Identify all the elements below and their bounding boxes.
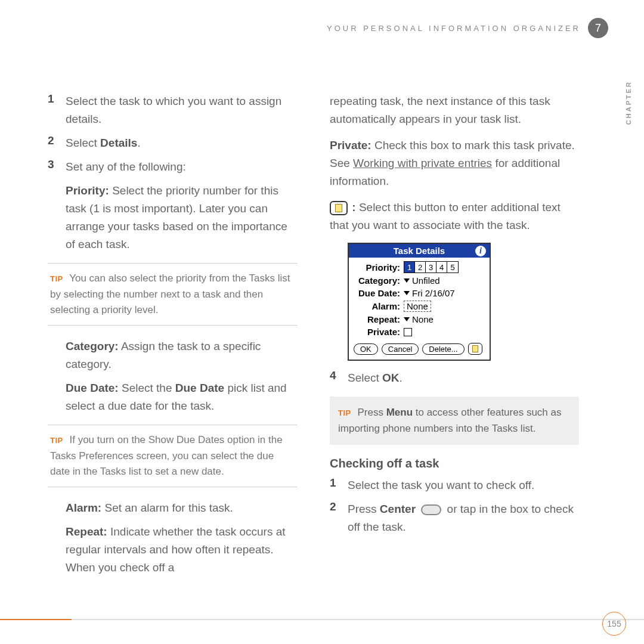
note-button[interactable] bbox=[468, 343, 482, 355]
bold-term: Menu bbox=[386, 407, 413, 418]
field-label: Private: bbox=[330, 139, 371, 151]
text: Press bbox=[355, 407, 386, 418]
row-label: Due Date: bbox=[354, 288, 404, 298]
bold-term: Due Date bbox=[175, 382, 224, 394]
section-heading: Checking off a task bbox=[330, 457, 579, 470]
dropdown-icon[interactable] bbox=[404, 291, 410, 295]
checkoff-step-1: 1 Select the task you want to check off. bbox=[330, 476, 579, 494]
tip-box-3: TIP Press Menu to access other features … bbox=[330, 397, 579, 445]
tip-label: TIP bbox=[338, 408, 351, 417]
text: Select bbox=[348, 371, 382, 384]
priority-4[interactable]: 4 bbox=[436, 262, 447, 273]
step-1: 1 Select the task to which you want to a… bbox=[48, 92, 297, 128]
link-working-private-entries[interactable]: Working with private entries bbox=[353, 157, 492, 169]
colon: : bbox=[349, 201, 356, 213]
dropdown-icon[interactable] bbox=[404, 317, 410, 321]
field-label: Alarm: bbox=[66, 501, 101, 514]
repeat-cont: repeating task, the next instance of thi… bbox=[330, 92, 579, 128]
dialog-title-text: Task Details bbox=[394, 246, 445, 256]
field-label: Priority: bbox=[66, 184, 109, 197]
dialog-titlebar: Task Details i bbox=[349, 244, 490, 258]
delete-button[interactable]: Delete... bbox=[422, 343, 464, 355]
step-number: 1 bbox=[330, 476, 348, 494]
step-text: Set any of the following: bbox=[66, 158, 186, 176]
bold-term: Details bbox=[100, 137, 137, 149]
row-label: Private: bbox=[354, 327, 404, 337]
note-desc: : Select this button to enter additional… bbox=[330, 199, 579, 234]
step-number: 3 bbox=[48, 158, 66, 176]
tip-text: You can also select the priority from th… bbox=[50, 273, 290, 315]
text: Press bbox=[348, 503, 380, 515]
header-title: YOUR PERSONAL INFORMATION ORGANIZER bbox=[327, 24, 581, 33]
center-button-icon bbox=[421, 504, 441, 515]
field-label: Repeat: bbox=[66, 525, 107, 538]
alarm-desc: Alarm: Set an alarm for this task. bbox=[48, 499, 297, 517]
row-label: Category: bbox=[354, 275, 404, 286]
dialog-body: Priority: 1 2 3 4 5 Category: Unfiled bbox=[349, 258, 490, 360]
private-row: Private: bbox=[354, 327, 485, 337]
checkoff-step-2: 2 Press Center or tap in the box to chec… bbox=[330, 500, 579, 536]
priority-2[interactable]: 2 bbox=[415, 262, 426, 273]
category-desc: Category: Assign the task to a specific … bbox=[48, 338, 297, 373]
field-label: Due Date: bbox=[66, 382, 119, 394]
text: Select this button to enter additional t… bbox=[330, 201, 561, 231]
ok-button[interactable]: OK bbox=[354, 343, 378, 355]
tip-box-1: TIP You can also select the priority fro… bbox=[48, 263, 297, 326]
tip-text: If you turn on the Show Due Dates option… bbox=[50, 434, 283, 477]
repeat-row: Repeat: None bbox=[354, 314, 485, 324]
text: . bbox=[400, 371, 402, 384]
tip-box-2: TIP If you turn on the Show Due Dates op… bbox=[48, 425, 297, 487]
duedate-value[interactable]: Fri 2/16/07 bbox=[412, 288, 455, 298]
step-2: 2 Select Details. bbox=[48, 134, 297, 152]
cancel-button[interactable]: Cancel bbox=[382, 343, 419, 355]
category-row: Category: Unfiled bbox=[354, 275, 485, 286]
dropdown-icon[interactable] bbox=[404, 278, 410, 283]
dialog-buttons: OK Cancel Delete... bbox=[354, 339, 485, 355]
priority-3[interactable]: 3 bbox=[426, 262, 436, 273]
category-value[interactable]: Unfiled bbox=[412, 275, 440, 286]
tip-label: TIP bbox=[50, 436, 63, 445]
text: Select the bbox=[119, 382, 175, 394]
priority-1[interactable]: 1 bbox=[404, 262, 415, 273]
step-3: 3 Set any of the following: bbox=[48, 158, 297, 176]
text: . bbox=[137, 137, 140, 149]
step-number: 2 bbox=[48, 134, 66, 152]
priority-5[interactable]: 5 bbox=[447, 262, 458, 273]
duedate-desc: Due Date: Select the Due Date pick list … bbox=[48, 379, 297, 415]
body-columns: 1 Select the task to which you want to a… bbox=[48, 92, 608, 575]
step-number: 1 bbox=[48, 92, 66, 128]
task-details-dialog: Task Details i Priority: 1 2 3 4 5 bbox=[348, 243, 491, 361]
step-number: 4 bbox=[330, 369, 348, 387]
text: Set an alarm for this task. bbox=[101, 501, 233, 514]
footer-rule bbox=[0, 619, 644, 620]
repeat-desc: Repeat: Indicate whether the task occurs… bbox=[48, 523, 297, 577]
row-label: Repeat: bbox=[354, 314, 404, 324]
step-text: Press Center or tap in the box to check … bbox=[348, 500, 579, 536]
step-text: Select the task you want to check off. bbox=[348, 476, 534, 494]
alarm-value[interactable]: None bbox=[404, 301, 431, 312]
row-label: Priority: bbox=[354, 262, 404, 273]
right-column: repeating task, the next instance of thi… bbox=[330, 92, 579, 575]
priority-selector[interactable]: 1 2 3 4 5 bbox=[404, 261, 459, 273]
priority-row: Priority: 1 2 3 4 5 bbox=[354, 261, 485, 273]
private-checkbox[interactable] bbox=[404, 328, 412, 336]
page-header: YOUR PERSONAL INFORMATION ORGANIZER 7 bbox=[48, 18, 608, 38]
bold-term: Center bbox=[380, 503, 416, 515]
step-text: Select Details. bbox=[66, 134, 141, 152]
field-label: Category: bbox=[66, 340, 119, 352]
row-label: Alarm: bbox=[354, 301, 404, 311]
bold-term: OK bbox=[382, 371, 400, 384]
text: Select bbox=[66, 137, 100, 149]
info-icon[interactable]: i bbox=[475, 246, 486, 256]
tip-label: TIP bbox=[50, 274, 63, 283]
duedate-row: Due Date: Fri 2/16/07 bbox=[354, 288, 485, 298]
left-column: 1 Select the task to which you want to a… bbox=[48, 92, 297, 575]
chapter-number-badge: 7 bbox=[588, 18, 608, 38]
priority-desc: Priority: Select the priority number for… bbox=[48, 182, 297, 253]
note-icon bbox=[330, 201, 348, 215]
step-4: 4 Select OK. bbox=[330, 369, 579, 387]
page-number: 155 bbox=[602, 612, 626, 636]
chapter-label-vertical: CHAPTER bbox=[625, 80, 632, 125]
repeat-value[interactable]: None bbox=[412, 314, 434, 324]
page: YOUR PERSONAL INFORMATION ORGANIZER 7 CH… bbox=[0, 0, 644, 644]
